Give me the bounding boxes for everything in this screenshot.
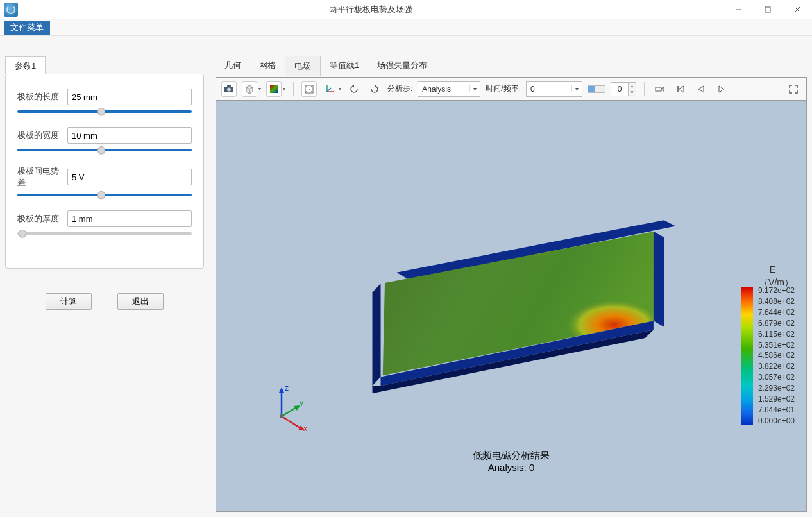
svg-text:y: y xyxy=(300,398,303,407)
legend-value: 1.529e+02 xyxy=(758,395,795,403)
svg-point-16 xyxy=(306,91,307,92)
color-legend: 9.172e+028.408e+027.644e+026.879e+026.11… xyxy=(741,287,795,425)
legend-value: 0.000e+00 xyxy=(758,417,795,425)
legend-value: 3.822e+02 xyxy=(758,362,795,370)
time-freq-select[interactable]: 0 ▾ xyxy=(526,81,582,97)
svg-text:x: x xyxy=(303,424,307,432)
camera-icon[interactable] xyxy=(652,81,668,97)
legend-value: 5.351e+02 xyxy=(758,341,795,349)
svg-rect-11 xyxy=(270,85,278,93)
param-input[interactable] xyxy=(67,127,192,144)
workspace: 参数1 极板的长度 极板的宽度 极板间电势差 xyxy=(0,36,812,517)
rotate-ccw-icon[interactable] xyxy=(346,81,362,97)
calc-button[interactable]: 计算 xyxy=(46,293,92,310)
cube-icon[interactable] xyxy=(242,81,257,97)
tab-几何[interactable]: 几何 xyxy=(216,56,250,76)
minimize-button[interactable] xyxy=(723,0,753,19)
legend-value: 6.879e+02 xyxy=(758,319,795,327)
legend-value: 7.644e+02 xyxy=(758,309,795,316)
viewer-footer: 低频电磁分析结果 Analysis: 0 xyxy=(473,450,550,473)
svg-line-44 xyxy=(282,407,298,416)
svg-point-14 xyxy=(306,86,307,87)
rotate-cw-icon[interactable] xyxy=(367,81,382,97)
legend-title: E xyxy=(770,264,775,275)
param-slider[interactable] xyxy=(17,232,192,235)
svg-marker-28 xyxy=(719,86,724,92)
view3d[interactable]: z x y E （V/m） 9.172e+028.408e+027.6 xyxy=(216,101,806,511)
legend-value: 4.586e+02 xyxy=(758,352,795,359)
sidebar-buttons: 计算 退出 xyxy=(5,293,204,310)
chevron-down-icon: ▾ xyxy=(469,85,480,92)
param-input[interactable] xyxy=(67,210,192,227)
svg-marker-37 xyxy=(654,232,664,327)
legend-value: 9.172e+02 xyxy=(758,287,795,294)
param-slider[interactable] xyxy=(17,194,192,196)
param-input[interactable] xyxy=(67,89,192,105)
file-menu[interactable]: 文件菜单 xyxy=(4,21,50,35)
cube-dropdown-icon[interactable]: ▾ xyxy=(258,86,261,92)
main-tabs: 几何网格电场等值线1场强矢量分布 xyxy=(216,56,807,77)
legend-value: 7.644e+01 xyxy=(758,406,795,414)
analysis-step-value: Analysis xyxy=(418,85,469,94)
param-input[interactable] xyxy=(67,169,192,185)
svg-marker-26 xyxy=(679,86,684,92)
window-controls xyxy=(723,0,812,19)
close-button[interactable] xyxy=(782,0,812,19)
frame-value: 0 xyxy=(611,82,629,96)
footer-line1: 低频电磁分析结果 xyxy=(473,450,550,462)
svg-point-13 xyxy=(309,89,310,90)
svg-text:z: z xyxy=(285,384,289,393)
step-back-icon[interactable] xyxy=(693,81,709,97)
legend-colorbar xyxy=(741,287,753,425)
param-3: 极板的厚度 xyxy=(17,210,192,235)
fullscreen-icon[interactable] xyxy=(786,81,801,97)
param-label: 极板的厚度 xyxy=(17,213,63,225)
fit-view-icon[interactable] xyxy=(301,81,317,97)
sidebar-tab-params1[interactable]: 参数1 xyxy=(5,56,46,74)
exit-button[interactable]: 退出 xyxy=(117,293,164,310)
sidebar: 参数1 极板的长度 极板的宽度 极板间电势差 xyxy=(5,56,204,512)
separator xyxy=(644,82,645,96)
svg-point-47 xyxy=(280,414,283,418)
frame-stepper[interactable]: 0 ▲▼ xyxy=(611,82,636,96)
svg-marker-33 xyxy=(373,284,381,386)
param-2: 极板间电势差 xyxy=(17,165,192,196)
param-slider[interactable] xyxy=(17,110,192,113)
svg-line-41 xyxy=(282,416,302,429)
params-panel: 极板的长度 极板的宽度 极板间电势差 极板的厚度 xyxy=(5,74,204,269)
param-label: 极板间电势差 xyxy=(17,165,63,189)
tab-电场[interactable]: 电场 xyxy=(285,56,321,76)
time-freq-label: 时间/频率: xyxy=(486,83,521,94)
colormap-icon[interactable] xyxy=(266,81,282,97)
legend-value: 3.057e+02 xyxy=(758,373,795,381)
analysis-step-label: 分析步: xyxy=(387,83,412,94)
progress-indicator xyxy=(588,85,605,93)
tab-场强矢量分布[interactable]: 场强矢量分布 xyxy=(368,56,436,76)
svg-point-15 xyxy=(311,86,312,87)
tab-等值线1[interactable]: 等值线1 xyxy=(321,56,368,76)
chevron-down-icon: ▾ xyxy=(571,85,582,92)
axes-dropdown-icon[interactable]: ▾ xyxy=(339,86,341,92)
param-slider[interactable] xyxy=(17,149,192,151)
maximize-button[interactable] xyxy=(753,0,782,19)
analysis-step-select[interactable]: Analysis ▾ xyxy=(418,81,480,97)
window-title: 两平行极板电势及场强 xyxy=(18,4,723,15)
svg-marker-24 xyxy=(661,87,664,91)
main-area: 几何网格电场等值线1场强矢量分布 ▾ ▾ ▾ 分析步: Analysis ▾ xyxy=(216,56,807,512)
viewer-frame: ▾ ▾ ▾ 分析步: Analysis ▾ 时间/频率: 0 ▾ xyxy=(216,77,807,512)
colormap-dropdown-icon[interactable]: ▾ xyxy=(283,86,285,92)
axes-xyz-icon[interactable] xyxy=(322,81,337,97)
frame-spin[interactable]: ▲▼ xyxy=(629,82,636,96)
svg-rect-23 xyxy=(656,87,661,91)
param-1: 极板的宽度 xyxy=(17,127,192,151)
tab-网格[interactable]: 网格 xyxy=(250,56,285,76)
legend-values: 9.172e+028.408e+027.644e+026.879e+026.11… xyxy=(758,287,795,425)
viewer-toolbar: ▾ ▾ ▾ 分析步: Analysis ▾ 时间/频率: 0 ▾ xyxy=(216,78,806,101)
svg-point-17 xyxy=(311,91,312,92)
svg-point-5 xyxy=(227,87,231,91)
svg-rect-1 xyxy=(765,7,770,12)
skip-start-icon[interactable] xyxy=(673,81,688,97)
play-icon[interactable] xyxy=(714,81,729,97)
snapshot-icon[interactable] xyxy=(221,81,237,97)
title-bar: 两平行极板电势及场强 xyxy=(0,0,812,19)
